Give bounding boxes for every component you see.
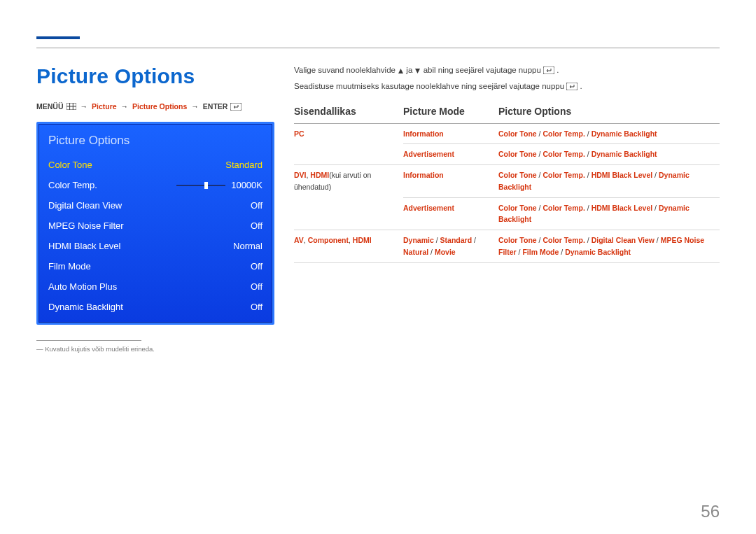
- table-text: PC: [294, 129, 304, 138]
- table-cell-source: DVI, HDMI(kui arvuti on ühendatud): [294, 165, 403, 230]
- instruction-line-2: Seadistuse muutmiseks kasutage nooleklah…: [294, 80, 720, 94]
- table-text: /: [654, 236, 661, 244]
- table-text: Natural: [403, 248, 428, 256]
- footnote: ― Kuvatud kujutis võib mudeliti erineda.: [36, 345, 274, 353]
- osd-label: Color Tone: [48, 160, 92, 170]
- osd-row: Color Temp.10000K: [38, 175, 272, 195]
- table-cell-options: Color Tone / Color Temp. / Dynamic Backl…: [498, 123, 720, 144]
- osd-value: Off: [251, 281, 262, 292]
- osd-label: Dynamic Backlight: [48, 302, 123, 312]
- table-text: HDMI: [310, 171, 329, 179]
- table-text: /: [585, 171, 592, 179]
- table-cell-mode: Information: [403, 123, 498, 144]
- table-text: Color Temp.: [542, 236, 584, 244]
- osd-title: Picture Options: [38, 124, 272, 155]
- table-row: AV, Component, HDMIDynamic / Standard / …: [294, 230, 720, 263]
- instr-text: Valige suvand nooleklahvide: [294, 66, 398, 74]
- page-number: 56: [701, 502, 720, 521]
- table-cell-options: Color Tone / Color Temp. / Digital Clean…: [498, 230, 720, 263]
- table-cell-mode: Dynamic / Standard / Natural / Movie: [403, 230, 498, 263]
- table-text: /: [585, 150, 592, 158]
- table-text: Advertisement: [403, 150, 454, 158]
- down-arrow-icon: [414, 66, 421, 78]
- arrow-sep: →: [120, 102, 130, 111]
- table-text: DVI: [294, 171, 307, 179]
- osd-value: Standard: [225, 160, 262, 170]
- table-text: HDMI: [353, 236, 372, 244]
- table-header: Picture Mode: [403, 104, 498, 124]
- osd-value: Off: [251, 220, 262, 231]
- table-cell-options: Color Tone / Color Temp. / HDMI Black Le…: [498, 165, 720, 198]
- osd-value: 10000K: [231, 180, 262, 190]
- table-text: Color Temp.: [542, 150, 584, 158]
- top-divider: [36, 48, 720, 48]
- crumb-picture: Picture: [92, 102, 117, 111]
- instr-text: abil ning seejärel vajutage nuppu: [424, 66, 543, 74]
- table-text: Component: [308, 236, 349, 244]
- table-cell-options: Color Tone / Color Temp. / HDMI Black Le…: [498, 197, 720, 230]
- table-text: Color Tone: [498, 129, 537, 138]
- page-title: Picture Options: [36, 64, 274, 88]
- table-text: Film Mode: [522, 248, 559, 256]
- table-text: Movie: [435, 248, 456, 256]
- options-table: SisendallikasPicture ModePicture Options…: [294, 104, 720, 263]
- table-text: Advertisement: [403, 204, 454, 212]
- up-arrow-icon: [398, 66, 404, 78]
- table-text: Dynamic Backlight: [565, 248, 631, 256]
- osd-label: Color Temp.: [48, 180, 97, 190]
- crumb-menu: MENÜÜ: [36, 102, 64, 111]
- table-header: Sisendallikas: [294, 104, 403, 124]
- table-header: Picture Options: [498, 104, 720, 124]
- table-text: /: [585, 129, 592, 138]
- osd-row: Digital Clean ViewOff: [38, 195, 272, 216]
- table-text: Dynamic Backlight: [592, 129, 657, 138]
- osd-panel: Picture Options Color ToneStandardColor …: [36, 122, 274, 325]
- osd-row: MPEG Noise FilterOff: [38, 216, 272, 236]
- grid-icon: [66, 103, 76, 110]
- table-text: Color Tone: [498, 150, 537, 158]
- slider-icon: [176, 185, 225, 186]
- table-text: Color Tone: [498, 171, 537, 179]
- table-cell-options: Color Tone / Color Temp. / Dynamic Backl…: [498, 144, 720, 165]
- osd-row: Dynamic BacklightOff: [38, 297, 272, 317]
- osd-value: Off: [251, 261, 262, 272]
- instr-text: Seadistuse muutmiseks kasutage nooleklah…: [294, 82, 566, 90]
- osd-value-cell: 10000K: [176, 180, 262, 190]
- table-text: Dynamic: [403, 236, 434, 244]
- arrow-sep: →: [190, 102, 200, 111]
- table-text: AV: [294, 236, 304, 244]
- footnote-dash: ―: [36, 345, 43, 353]
- table-text: Color Tone: [498, 236, 537, 244]
- table-row: PCInformationColor Tone / Color Temp. / …: [294, 123, 720, 144]
- table-text: Standard: [440, 236, 472, 244]
- table-text: /: [472, 236, 476, 244]
- table-cell-mode: Information: [403, 165, 498, 198]
- instr-text: ja: [406, 66, 414, 74]
- osd-row: HDMI Black LevelNormal: [38, 236, 272, 256]
- osd-label: HDMI Black Level: [48, 241, 120, 251]
- table-text: /: [428, 248, 435, 256]
- crumb-enter: ENTER: [203, 102, 228, 111]
- table-text: /: [652, 171, 659, 179]
- osd-row: Auto Motion PlusOff: [38, 276, 272, 297]
- breadcrumb: MENÜÜ → Picture → Picture Options → ENTE…: [36, 102, 274, 111]
- enter-icon: [543, 66, 554, 78]
- table-text: /: [434, 236, 440, 244]
- table-text: /: [585, 236, 592, 244]
- instr-text: .: [580, 82, 582, 90]
- table-cell-source: PC: [294, 123, 403, 165]
- crumb-picture-options: Picture Options: [132, 102, 187, 111]
- instr-text: .: [556, 66, 559, 74]
- osd-label: MPEG Noise Filter: [48, 220, 124, 231]
- osd-row: Color ToneStandard: [38, 155, 272, 175]
- table-cell-mode: Advertisement: [403, 197, 498, 230]
- table-text: HDMI Black Level: [592, 204, 653, 212]
- osd-value: Off: [251, 200, 262, 211]
- osd-label: Film Mode: [48, 261, 91, 272]
- enter-icon: [566, 82, 578, 94]
- footnote-divider: [36, 340, 141, 341]
- table-text: /: [585, 204, 592, 212]
- table-cell-mode: Advertisement: [403, 144, 498, 165]
- instruction-line-1: Valige suvand nooleklahvide ja abil ning…: [294, 64, 720, 78]
- accent-bar: [36, 36, 80, 39]
